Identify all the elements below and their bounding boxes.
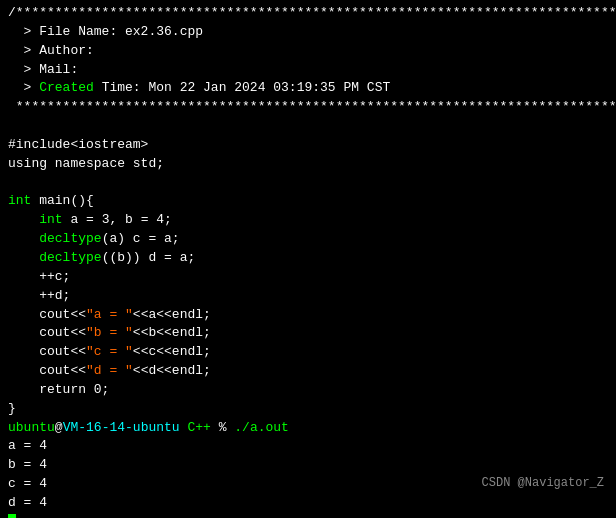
cout-d: cout<<"d = "<<d<<endl; [8,363,211,378]
using-line: using namespace std; [8,156,164,171]
comment-created: > Created Time: Mon 22 Jan 2024 03:19:35… [8,80,390,95]
return-line: return 0; [8,382,109,397]
terminal-cursor [8,514,16,518]
inc-c: ++c; [8,269,70,284]
output-a: a = 4 [8,438,47,453]
cursor-line [8,514,16,518]
decltype-b: decltype((b)) d = a; [8,250,195,265]
main-close: } [8,401,16,416]
comment-author: > Author: [8,43,94,58]
terminal-window: /***************************************… [0,0,616,518]
cout-a: cout<<"a = "<<a<<endl; [8,307,211,322]
cout-b: cout<<"b = "<<b<<endl; [8,325,211,340]
include-line: #include<iostream> [8,137,148,152]
prompt-host: VM-16-14-ubuntu [63,420,180,435]
watermark-text: CSDN @Navigator_Z [482,476,604,490]
int-decl: int a = 3, b = 4; [8,212,172,227]
prompt-lang: C++ [187,420,210,435]
inc-d: ++d; [8,288,70,303]
code-content: /***************************************… [8,4,608,518]
decltype-a: decltype(a) c = a; [8,231,180,246]
output-c: c = 4 [8,476,47,491]
output-b: b = 4 [8,457,47,472]
comment-border-top: /***************************************… [8,5,616,20]
output-d: d = 4 [8,495,47,510]
cout-c: cout<<"c = "<<c<<endl; [8,344,211,359]
comment-mail: > Mail: [8,62,78,77]
prompt-line: ubuntu@VM-16-14-ubuntu C++ % ./a.out [8,420,289,435]
prompt-at: @ [55,420,63,435]
comment-border-bottom: ****************************************… [8,99,616,114]
prompt-symbol: % [211,420,234,435]
comment-filename: > File Name: ex2.36.cpp [8,24,203,39]
main-open: int main(){ [8,193,94,208]
prompt-user: ubuntu [8,420,55,435]
prompt-cmd: ./a.out [234,420,289,435]
